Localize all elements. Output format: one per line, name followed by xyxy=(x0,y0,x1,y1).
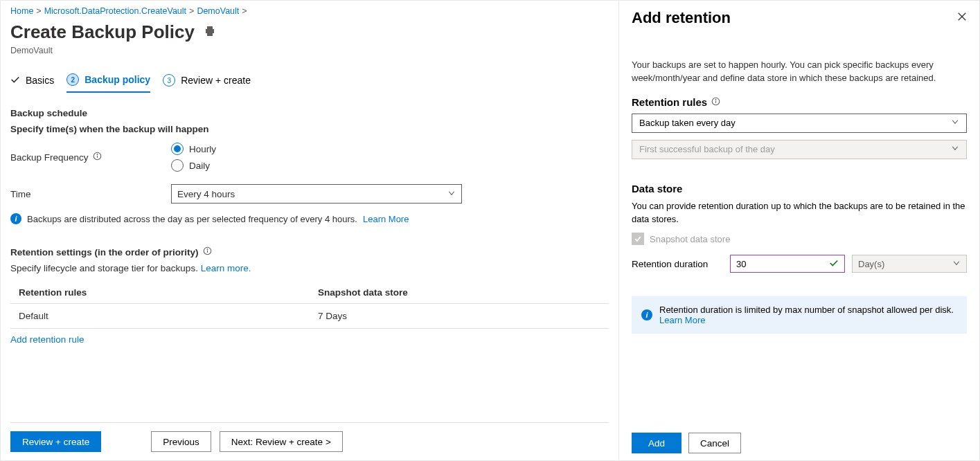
info-icon[interactable] xyxy=(93,152,102,163)
frequency-daily-radio[interactable]: Daily xyxy=(171,159,216,172)
step-backup-policy[interactable]: 2 Backup policy xyxy=(66,73,150,93)
page-subtitle: DemoVault xyxy=(10,46,609,55)
data-store-desc: You can provide retention duration up to… xyxy=(632,200,967,226)
breadcrumb: Home > Microsoft.DataProtection.CreateVa… xyxy=(10,6,609,16)
print-icon[interactable] xyxy=(204,26,215,39)
step-number: 2 xyxy=(66,73,79,86)
review-create-button[interactable]: Review + create xyxy=(10,431,101,452)
duration-unit-select: Day(s) xyxy=(852,255,967,273)
info-icon: i xyxy=(641,309,652,320)
panel-title: Add retention xyxy=(632,9,731,27)
schedule-prompt: Specify time(s) when the backup will hap… xyxy=(10,124,609,134)
retention-sub-select: First successful backup of the day xyxy=(632,140,967,159)
frequency-label: Backup Frequency xyxy=(10,152,89,163)
col-rules: Retention rules xyxy=(10,282,310,304)
panel-description: Your backups are set to happen hourly. Y… xyxy=(632,59,967,85)
time-label: Time xyxy=(10,189,31,199)
duration-label: Retention duration xyxy=(632,259,723,269)
table-row: Default 7 Days xyxy=(10,304,609,329)
snapshot-store-checkbox: Snapshot data store xyxy=(632,233,967,245)
retention-rule-select[interactable]: Backup taken every day xyxy=(632,114,967,133)
svg-point-2 xyxy=(97,154,98,154)
chevron-down-icon xyxy=(952,259,961,269)
learn-more-link[interactable]: Learn More xyxy=(659,315,705,325)
breadcrumb-demo-vault[interactable]: DemoVault xyxy=(197,6,239,16)
previous-button[interactable]: Previous xyxy=(151,431,211,452)
svg-point-5 xyxy=(207,248,208,249)
cancel-button[interactable]: Cancel xyxy=(688,433,741,453)
schedule-heading: Backup schedule xyxy=(10,108,609,118)
info-icon[interactable] xyxy=(711,96,720,108)
breadcrumb-vault-create[interactable]: Microsoft.DataProtection.CreateVault xyxy=(44,6,186,16)
chevron-down-icon xyxy=(951,118,959,128)
step-review-create[interactable]: 3 Review + create xyxy=(163,73,251,93)
panel-info-bar: i Retention duration is limited by max n… xyxy=(632,296,967,334)
info-icon: i xyxy=(10,213,21,224)
page-title: Create Backup Policy xyxy=(10,21,195,43)
check-icon xyxy=(10,75,20,87)
info-icon[interactable] xyxy=(203,246,212,257)
learn-more-link[interactable]: Learn more. xyxy=(201,263,251,273)
add-retention-rule-link[interactable]: Add retention rule xyxy=(10,334,84,345)
chevron-down-icon xyxy=(951,144,959,154)
valid-icon xyxy=(829,258,839,270)
duration-input[interactable]: 30 xyxy=(730,255,845,273)
schedule-info-bar: i Backups are distributed across the day… xyxy=(10,213,609,224)
chevron-down-icon xyxy=(447,189,456,199)
wizard-steps: Basics 2 Backup policy 3 Review + create xyxy=(10,73,609,93)
frequency-hourly-radio[interactable]: Hourly xyxy=(171,143,216,155)
breadcrumb-home[interactable]: Home xyxy=(10,6,33,16)
time-select[interactable]: Every 4 hours xyxy=(171,184,462,204)
add-button[interactable]: Add xyxy=(632,433,681,453)
retention-table: Retention rules Snapshot data store Defa… xyxy=(10,282,609,329)
col-store: Snapshot data store xyxy=(310,282,609,304)
retention-rules-heading: Retention rules xyxy=(632,96,707,108)
step-basics[interactable]: Basics xyxy=(10,73,54,93)
learn-more-link[interactable]: Learn More xyxy=(363,214,409,224)
lifecycle-text: Specify lifecycle and storage tier for b… xyxy=(10,263,198,273)
svg-point-10 xyxy=(715,99,716,100)
retention-heading: Retention settings (in the order of prio… xyxy=(10,247,199,257)
step-number: 3 xyxy=(163,74,175,87)
next-button[interactable]: Next: Review + create > xyxy=(220,431,343,452)
close-icon[interactable] xyxy=(957,12,967,24)
data-store-heading: Data store xyxy=(632,183,967,195)
